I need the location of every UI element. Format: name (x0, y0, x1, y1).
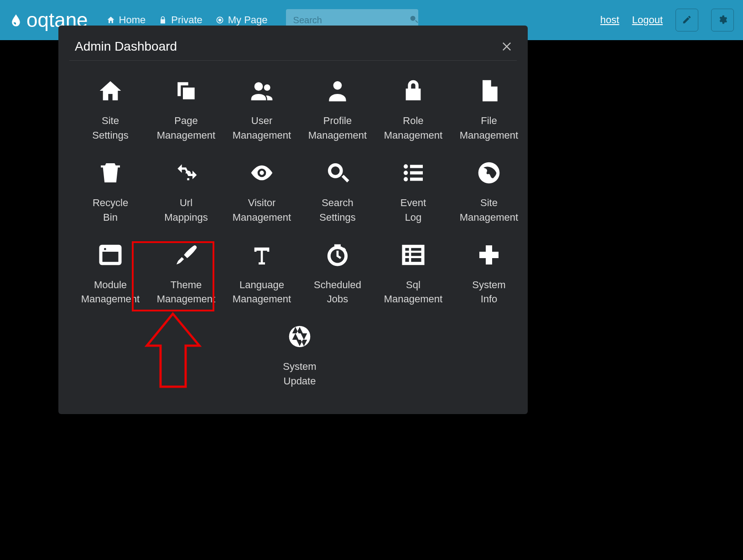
dash-module-management[interactable]: Module Management (74, 238, 147, 314)
dashboard-grid: Site Settings Page Management User Manag… (69, 61, 517, 396)
dash-label: Role Management (384, 114, 442, 143)
dash-label: Page Management (157, 114, 215, 143)
eye-icon (249, 160, 275, 196)
svg-rect-10 (410, 177, 423, 181)
dash-profile-management[interactable]: Profile Management (301, 73, 374, 150)
dash-label: User Management (233, 114, 291, 143)
window-icon (98, 242, 123, 278)
dash-role-management[interactable]: Role Management (377, 73, 450, 150)
close-button[interactable] (500, 40, 513, 53)
svg-rect-13 (101, 246, 120, 252)
close-icon (500, 47, 513, 54)
modal-overlay: Admin Dashboard Site Settings Page Manag… (0, 0, 743, 560)
dash-label: Scheduled Jobs (314, 278, 361, 307)
dash-label: File Management (460, 114, 518, 143)
list-icon (400, 160, 426, 196)
dash-file-management[interactable]: File Management (452, 73, 525, 150)
dash-label: Module Management (81, 278, 140, 307)
svg-point-3 (264, 84, 270, 91)
admin-dashboard-modal: Admin Dashboard Site Settings Page Manag… (58, 26, 528, 414)
dash-label: Event Log (400, 196, 426, 225)
aperture-icon (287, 324, 312, 359)
dash-system-info[interactable]: System Info (452, 238, 525, 314)
user-icon (325, 78, 350, 114)
search-icon (325, 160, 350, 196)
svg-point-14 (104, 248, 106, 250)
dash-label: System Update (283, 359, 316, 389)
dash-language-management[interactable]: Language Management (225, 238, 298, 314)
dash-sql-management[interactable]: Sql Management (377, 238, 450, 314)
svg-point-7 (404, 171, 408, 175)
plus-medical-icon (476, 242, 502, 278)
modal-title: Admin Dashboard (75, 39, 177, 54)
dash-url-mappings[interactable]: Url Mappings (150, 156, 223, 232)
svg-point-4 (333, 81, 342, 90)
svg-point-2 (255, 82, 263, 91)
dash-label: Recycle Bin (93, 196, 128, 225)
dash-label: Url Mappings (164, 196, 208, 225)
dash-theme-management[interactable]: Theme Management (150, 238, 223, 314)
home-icon (98, 78, 123, 114)
dash-visitor-management[interactable]: Visitor Management (225, 156, 298, 232)
dash-label: Search Settings (319, 196, 356, 225)
dashboard-row-4: System Update (74, 319, 525, 396)
dash-label: Visitor Management (233, 196, 291, 225)
dash-label: Theme Management (157, 278, 215, 307)
file-icon (476, 78, 502, 114)
dash-user-management[interactable]: User Management (225, 73, 298, 150)
svg-rect-6 (410, 165, 423, 168)
dash-site-settings[interactable]: Site Settings (74, 73, 147, 150)
copy-icon (173, 78, 199, 114)
dash-system-update[interactable]: System Update (263, 319, 336, 396)
question-shuffle-icon (173, 160, 199, 196)
trash-icon (98, 160, 123, 196)
dash-label: Site Management (460, 196, 518, 225)
globe-icon (476, 160, 502, 196)
font-icon (249, 242, 275, 278)
dash-search-settings[interactable]: Search Settings (301, 156, 374, 232)
modal-header: Admin Dashboard (69, 39, 517, 61)
table-icon (400, 242, 426, 278)
dash-site-management[interactable]: Site Management (452, 156, 525, 232)
dash-label: Site Settings (92, 114, 129, 143)
svg-rect-16 (404, 246, 423, 263)
lock-icon (400, 78, 426, 114)
brush-icon (173, 242, 199, 278)
svg-point-9 (404, 177, 408, 181)
dash-label: Profile Management (308, 114, 367, 143)
dash-page-management[interactable]: Page Management (150, 73, 223, 150)
svg-point-5 (404, 164, 408, 168)
dash-label: Sql Management (384, 278, 442, 307)
dash-label: System Info (472, 278, 505, 307)
svg-rect-8 (410, 171, 423, 174)
dash-event-log[interactable]: Event Log (377, 156, 450, 232)
dash-scheduled-jobs[interactable]: Scheduled Jobs (301, 238, 374, 314)
dash-label: Language Management (233, 278, 291, 307)
timer-icon (325, 242, 350, 278)
users-icon (249, 78, 275, 114)
dash-recycle-bin[interactable]: Recycle Bin (74, 156, 147, 232)
